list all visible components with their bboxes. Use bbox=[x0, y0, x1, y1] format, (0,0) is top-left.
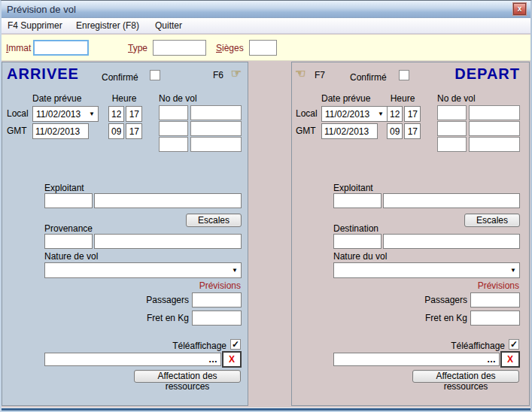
sieges-input[interactable] bbox=[249, 40, 277, 56]
depart-teleaffichage-input[interactable] bbox=[334, 353, 485, 365]
type-label: Type bbox=[128, 43, 147, 53]
hand-left-icon: ☜ bbox=[295, 66, 306, 80]
arrivee-teleaffichage-field: … bbox=[44, 353, 221, 366]
immat-input[interactable] bbox=[33, 40, 89, 56]
arrivee-gmt-date-input[interactable] bbox=[32, 123, 89, 139]
title-bar[interactable]: Prévision de vol x bbox=[2, 1, 530, 18]
arrivee-provenance-code-input[interactable] bbox=[44, 234, 93, 249]
arrivee-exploitant-name-input[interactable] bbox=[94, 193, 242, 208]
arrivee-nature-combo[interactable]: ▼ bbox=[44, 262, 242, 278]
no-de-vol-cell[interactable] bbox=[469, 121, 520, 136]
depart-nature-combo[interactable]: ▼ bbox=[333, 262, 520, 278]
immat-label: Immat bbox=[6, 43, 31, 53]
arrivee-fret-input[interactable] bbox=[192, 311, 242, 326]
arrivee-heading: ARRIVEE bbox=[7, 65, 79, 83]
depart-teleaffichage-checkbox[interactable]: ✓ bbox=[509, 339, 519, 350]
chevron-down-icon: ▼ bbox=[510, 267, 516, 274]
arrivee-confirme-label: Confirmé bbox=[102, 72, 138, 83]
arrivee-affectation-ressources-button[interactable]: Affectation des ressources bbox=[134, 370, 241, 383]
arrivee-local-date-combo[interactable]: 11/02/2013 ▼ bbox=[32, 106, 99, 122]
fret-en-kg-label: Fret en Kg bbox=[425, 313, 467, 323]
no-de-vol-cell[interactable] bbox=[437, 105, 467, 120]
menu-item-f4-supprimer[interactable]: F4 Supprimer bbox=[8, 20, 62, 31]
no-de-vol-cell[interactable] bbox=[190, 121, 242, 136]
prevision-de-vol-window: Prévision de vol x F4 Supprimer Enregist… bbox=[0, 0, 532, 412]
depart-affectation-ressources-button[interactable]: Affectation des ressources bbox=[412, 370, 519, 383]
depart-local-minute-input[interactable] bbox=[404, 106, 421, 122]
depart-passagers-input[interactable] bbox=[470, 292, 520, 307]
no-de-vol-cell[interactable] bbox=[437, 121, 467, 136]
ellipsis-browse-icon[interactable]: … bbox=[487, 354, 497, 365]
arrivee-confirme-checkbox[interactable] bbox=[150, 70, 160, 80]
no-de-vol-cell[interactable] bbox=[159, 121, 188, 136]
menu-item-quitter[interactable]: Quitter bbox=[155, 20, 182, 31]
depart-exploitant-name-input[interactable] bbox=[383, 193, 520, 208]
depart-confirme-checkbox[interactable] bbox=[399, 70, 409, 80]
nature-de-vol-label: Nature de vol bbox=[44, 251, 98, 262]
arrivee-provenance-name-input[interactable] bbox=[94, 234, 242, 249]
arrivee-exploitant-code-input[interactable] bbox=[44, 193, 93, 208]
no-de-vol-cell[interactable] bbox=[469, 137, 520, 152]
depart-clear-button[interactable]: X bbox=[500, 351, 520, 368]
arrivee-teleaffichage-checkbox[interactable]: ✓ bbox=[230, 339, 241, 350]
gmt-label: GMT bbox=[296, 126, 316, 136]
arrivee-local-hour-input[interactable] bbox=[108, 106, 124, 122]
depart-confirme-label: Confirmé bbox=[350, 72, 387, 83]
depart-gmt-minute-input[interactable] bbox=[404, 123, 421, 139]
no-de-vol-label: No de vol bbox=[159, 93, 242, 104]
destination-label: Destination bbox=[333, 223, 378, 234]
no-de-vol-cell[interactable] bbox=[437, 137, 467, 152]
depart-heading: DEPART bbox=[454, 65, 520, 83]
type-input[interactable] bbox=[153, 40, 206, 56]
depart-local-hour-input[interactable] bbox=[387, 106, 403, 122]
teleaffichage-label: Téléaffichage bbox=[451, 341, 505, 351]
arrivee-gmt-minute-input[interactable] bbox=[126, 123, 142, 139]
passagers-label: Passagers bbox=[146, 295, 189, 305]
arrivee-passagers-input[interactable] bbox=[192, 292, 242, 307]
depart-panel: ☜ F7 Confirmé DEPART Date prévue Heure N… bbox=[291, 62, 530, 406]
date-prevue-label: Date prévue bbox=[321, 93, 370, 104]
sieges-label: Sièges bbox=[216, 43, 244, 53]
teleaffichage-label: Téléaffichage bbox=[172, 341, 226, 351]
depart-exploitant-code-input[interactable] bbox=[333, 193, 382, 208]
depart-no-de-vol-grid bbox=[437, 105, 520, 152]
gmt-label: GMT bbox=[7, 126, 27, 136]
chevron-down-icon: ▼ bbox=[378, 111, 384, 117]
fret-en-kg-label: Fret en Kg bbox=[147, 313, 189, 323]
exploitant-label: Exploitant bbox=[333, 183, 373, 193]
exploitant-label: Exploitant bbox=[44, 183, 84, 193]
arrivee-panel: ARRIVEE Confirmé F6 ☞ Date prévue Heure … bbox=[2, 62, 248, 406]
arrivee-no-de-vol-grid bbox=[159, 105, 242, 152]
no-de-vol-cell[interactable] bbox=[190, 137, 242, 152]
provenance-label: Provenance bbox=[44, 223, 93, 234]
depart-fkey-label: F7 bbox=[315, 70, 325, 80]
depart-local-date-combo[interactable]: 11/02/2013 ▼ bbox=[321, 106, 388, 122]
depart-gmt-date-input[interactable] bbox=[321, 123, 378, 139]
ellipsis-browse-icon[interactable]: … bbox=[208, 354, 218, 365]
arrivee-escales-button[interactable]: Escales bbox=[186, 214, 242, 227]
no-de-vol-cell[interactable] bbox=[190, 105, 242, 120]
no-de-vol-cell[interactable] bbox=[159, 137, 188, 152]
arrivee-gmt-hour-input[interactable] bbox=[108, 123, 124, 139]
arrivee-local-minute-input[interactable] bbox=[126, 106, 142, 122]
depart-escales-button[interactable]: Escales bbox=[464, 214, 520, 227]
nature-du-vol-label: Nature du vol bbox=[333, 251, 387, 262]
local-date-value: 11/02/2013 bbox=[36, 109, 81, 120]
chevron-down-icon: ▼ bbox=[232, 267, 238, 274]
depart-destination-name-input[interactable] bbox=[383, 234, 520, 249]
arrivee-clear-button[interactable]: X bbox=[222, 351, 242, 368]
arrivee-teleaffichage-input[interactable] bbox=[45, 353, 207, 365]
passagers-label: Passagers bbox=[424, 295, 467, 305]
arrivee-fkey-label: F6 bbox=[213, 70, 223, 80]
previsions-label: Prévisions bbox=[199, 280, 241, 291]
depart-gmt-hour-input[interactable] bbox=[387, 123, 403, 139]
no-de-vol-cell[interactable] bbox=[159, 105, 188, 120]
previsions-label: Prévisions bbox=[478, 280, 519, 291]
close-button[interactable]: x bbox=[513, 3, 526, 15]
depart-fret-input[interactable] bbox=[470, 311, 520, 326]
menu-item-enregistrer-f8[interactable]: Enregistrer (F8) bbox=[76, 20, 139, 31]
depart-destination-code-input[interactable] bbox=[333, 234, 382, 249]
hand-right-icon: ☞ bbox=[231, 66, 242, 80]
no-de-vol-cell[interactable] bbox=[469, 105, 520, 120]
aircraft-id-bar: Immat Type Sièges bbox=[2, 35, 530, 61]
